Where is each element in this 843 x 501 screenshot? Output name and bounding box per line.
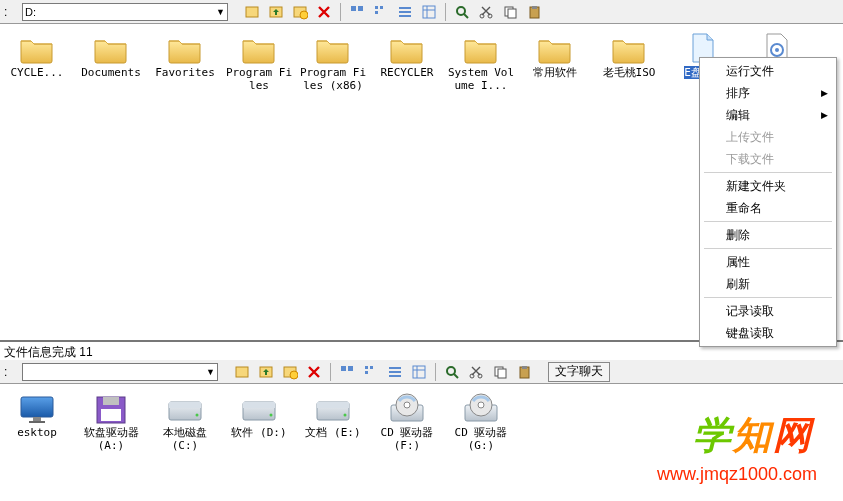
view-large-icon[interactable] <box>347 2 367 22</box>
back-button[interactable] <box>242 2 262 22</box>
bottom-toolbar: : ▼ 文字聊天 <box>0 360 843 384</box>
new-folder-button[interactable] <box>280 362 300 382</box>
view-small-icon[interactable] <box>361 362 381 382</box>
path-select-top[interactable]: D: ▼ <box>22 3 228 21</box>
menu-item[interactable]: 刷新 <box>700 273 836 295</box>
file-item[interactable]: CYCLE... <box>0 30 74 94</box>
drive-label: esktop <box>17 426 57 439</box>
menu-item[interactable]: 排序▶ <box>700 82 836 104</box>
back-button[interactable] <box>232 362 252 382</box>
svg-rect-9 <box>399 7 411 9</box>
file-item[interactable]: Favorites <box>148 30 222 94</box>
folder-icon <box>313 32 353 66</box>
cut-icon[interactable] <box>466 362 486 382</box>
delete-button[interactable] <box>314 2 334 22</box>
drive-label: 软件 (D:) <box>231 426 286 439</box>
svg-rect-20 <box>508 9 516 18</box>
folder-icon <box>17 32 57 66</box>
menu-item[interactable]: 编辑▶ <box>700 104 836 126</box>
svg-rect-50 <box>29 421 45 423</box>
menu-label: 排序 <box>726 85 750 102</box>
svg-rect-48 <box>21 397 53 417</box>
menu-item[interactable]: 记录读取 <box>700 300 836 322</box>
svg-point-59 <box>270 414 273 417</box>
svg-rect-55 <box>169 402 201 408</box>
svg-rect-52 <box>103 397 119 405</box>
menu-item[interactable]: 新建文件夹 <box>700 175 836 197</box>
menu-label: 重命名 <box>726 200 762 217</box>
svg-rect-30 <box>348 366 353 371</box>
paste-icon[interactable] <box>514 362 534 382</box>
cd-icon <box>461 392 501 426</box>
svg-rect-34 <box>389 367 401 369</box>
svg-rect-53 <box>101 409 121 421</box>
search-icon[interactable] <box>442 362 462 382</box>
file-label: Favorites <box>155 66 215 79</box>
search-icon[interactable] <box>452 2 472 22</box>
path-select-bottom[interactable]: ▼ <box>22 363 218 381</box>
menu-separator <box>704 297 832 298</box>
view-detail-icon[interactable] <box>419 2 439 22</box>
copy-icon[interactable] <box>490 362 510 382</box>
submenu-arrow-icon: ▶ <box>821 110 828 120</box>
up-button[interactable] <box>256 362 276 382</box>
delete-button[interactable] <box>304 362 324 382</box>
menu-item[interactable]: 重命名 <box>700 197 836 219</box>
text-chat-button[interactable]: 文字聊天 <box>548 362 610 382</box>
folder-icon <box>461 32 501 66</box>
file-item[interactable]: RECYCLER <box>370 30 444 94</box>
drive-item[interactable]: esktop <box>0 390 74 454</box>
drive-label: CD 驱动器 (F:) <box>371 426 443 452</box>
drive-item[interactable]: 软件 (D:) <box>222 390 296 454</box>
file-label: 常用软件 <box>533 66 577 79</box>
menu-label: 记录读取 <box>726 303 774 320</box>
file-item[interactable]: Program Files (x86) <box>296 30 370 94</box>
up-button[interactable] <box>266 2 286 22</box>
submenu-arrow-icon: ▶ <box>821 88 828 98</box>
paste-icon[interactable] <box>524 2 544 22</box>
file-item[interactable]: 常用软件 <box>518 30 592 94</box>
drive-label: 文档 (E:) <box>305 426 360 439</box>
svg-point-62 <box>344 414 347 417</box>
top-toolbar: : D: ▼ <box>0 0 843 24</box>
drive-label: CD 驱动器 (G:) <box>445 426 517 452</box>
file-item[interactable]: System Volume I... <box>444 30 518 94</box>
menu-item[interactable]: 键盘读取 <box>700 322 836 344</box>
folder-icon <box>91 32 131 66</box>
folder-icon <box>535 32 575 66</box>
drive-label: 软盘驱动器 (A:) <box>75 426 147 452</box>
menu-label: 属性 <box>726 254 750 271</box>
view-list-icon[interactable] <box>395 2 415 22</box>
svg-rect-37 <box>413 366 425 378</box>
bottom-drive-grid[interactable]: esktop软盘驱动器 (A:)本地磁盘 (C:)软件 (D:)文档 (E:)C… <box>0 384 843 454</box>
svg-rect-35 <box>389 371 401 373</box>
file-label: Documents <box>81 66 141 79</box>
svg-rect-7 <box>380 6 383 9</box>
drive-item[interactable]: CD 驱动器 (G:) <box>444 390 518 454</box>
hdd-icon <box>165 392 205 426</box>
view-large-icon[interactable] <box>337 362 357 382</box>
menu-item[interactable]: 属性 <box>700 251 836 273</box>
drive-item[interactable]: 文档 (E:) <box>296 390 370 454</box>
new-folder-button[interactable] <box>290 2 310 22</box>
menu-item[interactable]: 运行文件 <box>700 60 836 82</box>
file-label: CYCLE... <box>11 66 64 79</box>
drive-item[interactable]: CD 驱动器 (F:) <box>370 390 444 454</box>
path-colon: : <box>4 365 18 379</box>
view-small-icon[interactable] <box>371 2 391 22</box>
svg-rect-8 <box>375 11 378 14</box>
file-item[interactable]: Program Files <box>222 30 296 94</box>
menu-item[interactable]: 删除 <box>700 224 836 246</box>
view-list-icon[interactable] <box>385 362 405 382</box>
cut-icon[interactable] <box>476 2 496 22</box>
copy-icon[interactable] <box>500 2 520 22</box>
file-item[interactable]: Documents <box>74 30 148 94</box>
view-detail-icon[interactable] <box>409 362 429 382</box>
menu-separator <box>704 248 832 249</box>
svg-rect-58 <box>243 402 275 408</box>
svg-rect-29 <box>341 366 346 371</box>
drive-item[interactable]: 软盘驱动器 (A:) <box>74 390 148 454</box>
file-item[interactable]: 老毛桃ISO <box>592 30 666 94</box>
drive-item[interactable]: 本地磁盘 (C:) <box>148 390 222 454</box>
menu-separator <box>704 221 832 222</box>
